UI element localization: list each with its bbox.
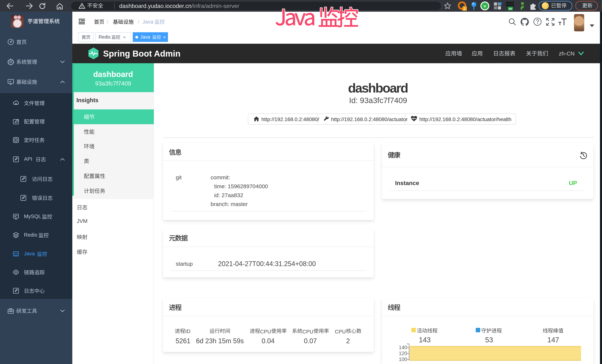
svg-text:v: v xyxy=(484,4,486,8)
svg-text:on: on xyxy=(509,7,512,10)
svg-text:1: 1 xyxy=(464,7,466,11)
